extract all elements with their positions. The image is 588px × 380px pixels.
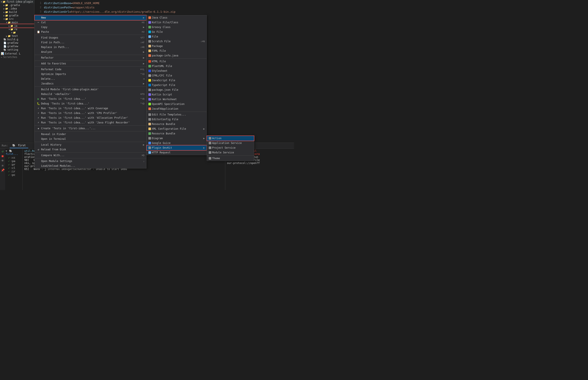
scratches-folder[interactable]: ✏️ Scratches [0,55,34,59]
menu-item-kotlin-class[interactable]: Kotlin File/Class [147,20,206,25]
run-item-cc[interactable]: ✓ :cc [6,156,22,159]
menu-item-file[interactable]: File [147,34,206,39]
menu-item-plugin-devkit[interactable]: Plugin DevKit ▶ [147,145,206,150]
menu-item-go-file[interactable]: Go File [147,30,206,34]
run-tree-root[interactable]: ▼ 🐘 first... [6,150,22,155]
menu-item-http-request[interactable]: HTTP Request [147,150,206,155]
menu-item-kotlin-worksheet[interactable]: Kotlin Worksheet [147,97,206,102]
menu-item-scratch-file[interactable]: Scratch File ⇧⌘N [147,39,206,44]
menu-item-stylesheet[interactable]: Stylesheet [147,69,206,73]
run-item-pc[interactable]: ✓ :pc [6,173,22,177]
expand-arrow: ▼ [1,1,2,3]
menu-item-compare[interactable]: Compare With... ⌘D [35,153,146,158]
menu-item-copy[interactable]: Copy ▶ [35,25,146,30]
menu-item-favorites[interactable]: Add to Favorites ▶ [35,61,146,66]
menu-item-debug-tests[interactable]: 🐛 Debug 'Tests in 'first-idea...' ^⌥D [35,101,146,106]
menu-item-action[interactable]: Action [207,136,254,141]
src-folder[interactable]: ▼ 📁 src [0,17,34,21]
menu-item-build-module[interactable]: Build Module 'first-idea-plugin.main' [35,87,146,92]
menu-item-run-tests[interactable]: ▶ Run 'Tests in 'first-idea...' ^⌥R [35,96,146,101]
menu-item-cpu-profiler[interactable]: ⚡ Run 'Tests in 'first-idea...' with 'CP… [35,111,146,115]
gradlew-file[interactable]: 📄 gradlew [0,41,34,45]
menu-item-local-history[interactable]: Local History ▶ [35,142,146,147]
menu-item-analyze[interactable]: Analyze ▶ [35,50,146,54]
menu-item-diagram[interactable]: Diagram ▶ [147,136,206,141]
menu-item-delete[interactable]: Delete... ⌫ [35,76,146,81]
menu-item-paste[interactable]: 📋 Paste ⌘V [35,30,146,34]
gradle-sub-folder[interactable]: ▶ 📁 gradle [0,14,34,17]
menu-item-package-info[interactable]: package-info.java [147,53,206,58]
menu-item-open-terminal[interactable]: Open in Terminal [35,136,146,141]
run-item-pa[interactable]: ✓ :pa [6,159,22,163]
menu-item-openapi[interactable]: OpenAPI Specification [147,102,206,106]
submenu-arrow: ▶ [143,16,145,19]
build-gradle-file[interactable]: 🐘 build.g [0,38,34,41]
menu-item-module-service[interactable]: Module Service [207,150,254,155]
menu-item-run-coverage[interactable]: ⚡ Run 'Tests in 'first-idea...' with Cov… [35,106,146,111]
gradle-folder[interactable]: ▶ 📁 .gradle [0,3,34,7]
menu-item-package[interactable]: Package [147,44,206,48]
menu-item-reload[interactable]: ↺ Reload from Disk [35,147,146,152]
run-tab-active[interactable]: 🐘 first [10,143,28,148]
menu-item-alloc-profiler[interactable]: ⚡ Run 'Tests in 'first-idea...' with 'Al… [35,115,146,120]
menu-item-ts[interactable]: TypeScript File [147,83,206,87]
menu-item-xml-config[interactable]: XML Configuration File ▶ [147,126,206,131]
run-stop-icon[interactable]: ■ [2,154,3,158]
run-restart-icon[interactable]: ↺ [2,150,3,153]
menu-item-reformat[interactable]: Reformat Code ⌘⌥L [35,67,146,72]
run-item-cl[interactable]: ✓ :cl [6,166,22,170]
menu-item-new[interactable]: New ▶ [35,15,146,20]
menu-item-json[interactable]: package.json File [147,87,206,92]
run-wrap-icon[interactable]: ≡ [2,164,3,167]
menu-item-groovy-script[interactable]: Resource Bundle [147,131,206,136]
menu-item-module-settings[interactable]: Open Module Settings ⇣ [35,159,146,164]
menu-item-html[interactable]: HTML File [147,59,206,64]
menu-item-java-class[interactable]: Java Class [147,15,206,20]
menu-item-resource-bundle[interactable]: Resource Bundle [147,122,206,126]
menu-item-flight-recorder[interactable]: ⚡ Run 'Tests in 'first-idea...' with 'Ja… [35,120,146,125]
json-icon [148,89,151,91]
menu-item-cfml[interactable]: CFML/CFC file [147,73,206,78]
run-item-ir[interactable]: ✓ :ir [6,170,22,173]
menu-item-app-service[interactable]: Application Service [207,141,254,145]
menu-item-editorconfig[interactable]: EditorConfig File [147,117,206,122]
run-eye-icon[interactable]: 👁 [1,159,4,162]
menu-item-create-tests[interactable]: ✚ Create 'Tests in 'first-idea...'... [35,126,146,131]
menu-item-optimize[interactable]: Optimize Imports ^⌥O [35,72,146,76]
menu-label: Application Service [212,142,242,145]
menu-item-edit-templates[interactable]: Edit File Templates... [147,112,206,117]
menu-item-google-guice[interactable]: Google Guice [147,141,206,145]
menu-item-reveal-finder[interactable]: Reveal in Finder [35,132,146,136]
menu-item-find-usages[interactable]: Find Usages ⌥F7 [35,35,146,40]
external-libraries[interactable]: 📊 External L [0,52,34,55]
main-folder[interactable]: ▼ 📁 main [0,21,34,24]
java-folder[interactable]: ▶ 📁 ja [0,24,34,28]
menu-item-refactor[interactable]: Refactor ▶ [35,55,146,60]
project-root[interactable]: ▼ 📁 first-idea-plugin [0,0,34,3]
menu-item-javadocs[interactable]: JavaDocs ▶ [35,81,146,86]
sub-folder[interactable]: ▼ 📁 [0,31,34,34]
menu-item-javafx[interactable]: JavaFXApplication [147,106,206,111]
run-item-pr[interactable]: ✓ :pr [6,163,22,166]
menu-item-plantuml[interactable]: PlantUML File [147,64,206,69]
idea-folder[interactable]: ▶ 📁 .idea [0,7,34,10]
gradlew2-file[interactable]: 📄 gradlew [0,45,34,48]
build-folder[interactable]: ▶ 📁 build [0,10,34,14]
menu-item-find-path[interactable]: Find in Path... ⇧⌘F [35,40,146,45]
menu-item-js[interactable]: JavaScript File [147,78,206,83]
menu-item-replace-path[interactable]: Replace in Path... ⇧⌘R [35,45,146,50]
menu-item-project-service[interactable]: Project Service [207,145,254,150]
run-pin-icon[interactable]: 📌 [1,169,4,172]
resources-folder[interactable]: ▼ 📁 re [0,28,34,31]
menu-item-fxml[interactable]: FXML File [147,48,206,53]
menu-item-kotlin-script[interactable]: Kotlin Script [147,92,206,97]
menu-item-rebuild[interactable]: Rebuild '<default>' ⌘F9 [35,92,146,96]
menu-item-load-modules[interactable]: Load/Unload Modules... [35,164,146,168]
menu-item-groovy-class[interactable]: Groovy Class [147,25,206,30]
test-folder[interactable]: ▶ 📁 test [0,34,34,38]
menu-label: Run 'Tests in 'first-idea...' with Cover… [41,107,108,110]
settings-file[interactable]: 🐘 setting [0,48,34,52]
shortcut: ⇧⌘N [201,40,205,43]
menu-item-theme[interactable]: Theme [207,156,254,161]
menu-item-cut[interactable]: ✂ Cut ⌘X [35,20,146,25]
